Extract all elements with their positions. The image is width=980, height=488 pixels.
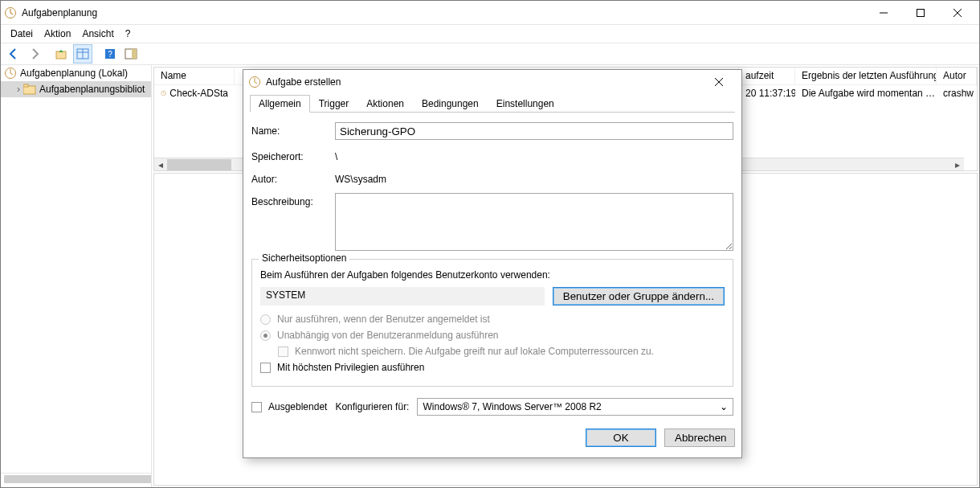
opt-no-password: Kennwort nicht speichern. Die Aufgabe gr… xyxy=(260,346,725,357)
clock-icon xyxy=(161,87,166,100)
col-author[interactable]: Autor xyxy=(937,68,977,84)
value-author: WS\sysadm xyxy=(335,170,386,185)
name-input[interactable] xyxy=(335,122,733,140)
forward-button[interactable] xyxy=(25,44,44,64)
security-options-group: Sicherheitsoptionen Beim Ausführen der A… xyxy=(251,259,733,387)
maximize-button[interactable] xyxy=(902,1,939,25)
label-description: Beschreibung: xyxy=(251,193,335,207)
configure-for-select[interactable]: Windows® 7, Windows Server™ 2008 R2 ⌄ xyxy=(417,398,733,416)
actions-pane-button[interactable] xyxy=(121,44,141,64)
cancel-button[interactable]: Abbrechen xyxy=(664,429,735,447)
opt-run-logged-on: Nur ausführen, wenn der Benutzer angemel… xyxy=(260,314,725,325)
task-author: crashw xyxy=(937,87,977,100)
task-time: 20 11:37:19 xyxy=(739,87,795,100)
svg-rect-6 xyxy=(125,49,137,59)
opt-run-anytime: Unabhängig von der Benutzeranmeldung aus… xyxy=(260,330,725,341)
security-account-label: Beim Ausführen der Aufgaben folgendes Be… xyxy=(260,269,725,281)
clock-icon xyxy=(4,67,17,80)
svg-rect-3 xyxy=(77,49,88,59)
tree-root-label: Aufgabenplanung (Lokal) xyxy=(20,68,128,79)
task-result: Die Aufgabe wird momentan … xyxy=(795,87,937,100)
svg-rect-10 xyxy=(23,84,28,87)
tab-settings[interactable]: Einstellungen xyxy=(488,95,563,113)
tab-actions[interactable]: Aktionen xyxy=(357,95,413,113)
tree-pane: Aufgabenplanung (Lokal) › Aufgabenplanun… xyxy=(1,65,152,487)
folder-icon xyxy=(23,84,36,95)
label-name: Name: xyxy=(251,122,335,137)
menu-action[interactable]: Aktion xyxy=(39,27,76,40)
tab-trigger[interactable]: Trigger xyxy=(310,95,358,113)
opt-hidden[interactable]: Ausgeblendet xyxy=(251,401,327,412)
view-detail-button[interactable] xyxy=(73,44,92,64)
task-name: Check-ADSta xyxy=(169,88,228,99)
tree-library[interactable]: › Aufgabenplanungsbibliot xyxy=(1,81,151,97)
menu-file[interactable]: Datei xyxy=(6,27,38,40)
up-button[interactable] xyxy=(52,44,71,64)
svg-text:?: ? xyxy=(108,50,112,59)
dialog-title: Aufgabe erstellen xyxy=(266,76,341,88)
chevron-right-icon: › xyxy=(14,84,23,95)
col-runtime[interactable]: aufzeit xyxy=(739,68,795,84)
tree-statusbar xyxy=(1,473,151,487)
opt-highest-privileges[interactable]: Mit höchsten Privilegien ausführen xyxy=(260,362,725,373)
security-options-legend: Sicherheitsoptionen xyxy=(259,252,349,264)
change-user-button[interactable]: Benutzer oder Gruppe ändern... xyxy=(553,287,725,306)
help-button[interactable]: ? xyxy=(100,44,120,64)
label-author: Autor: xyxy=(251,170,335,185)
tree-root[interactable]: Aufgabenplanung (Lokal) xyxy=(1,65,151,81)
svg-rect-4 xyxy=(105,49,115,59)
menu-view[interactable]: Ansicht xyxy=(77,27,118,40)
menu-help[interactable]: ? xyxy=(120,27,136,40)
svg-rect-7 xyxy=(132,49,137,59)
minimize-button[interactable] xyxy=(865,1,902,25)
ok-button[interactable]: OK xyxy=(586,429,656,447)
task-scheduler-icon xyxy=(4,6,17,19)
tab-general[interactable]: Allgemein xyxy=(250,95,310,113)
tree-library-label: Aufgabenplanungsbibliot xyxy=(39,84,145,95)
description-input[interactable] xyxy=(335,193,733,251)
svg-rect-1 xyxy=(917,9,925,16)
svg-rect-2 xyxy=(56,51,66,59)
label-configure-for: Konfigurieren für: xyxy=(335,401,409,412)
back-button[interactable] xyxy=(4,44,23,64)
col-name[interactable]: Name xyxy=(154,68,235,84)
tab-conditions[interactable]: Bedingungen xyxy=(413,95,488,113)
close-button[interactable] xyxy=(939,1,976,25)
configure-for-value: Windows® 7, Windows Server™ 2008 R2 xyxy=(423,401,601,412)
value-location: \ xyxy=(335,148,337,162)
security-account-value: SYSTEM xyxy=(260,287,545,306)
dialog-close-button[interactable] xyxy=(701,71,737,93)
chevron-down-icon: ⌄ xyxy=(720,401,728,412)
col-last-result[interactable]: Ergebnis der letzten Ausführung xyxy=(795,68,937,84)
window-title: Aufgabenplanung xyxy=(22,7,97,18)
label-location: Speicherort: xyxy=(251,148,335,162)
create-task-dialog: Aufgabe erstellen Allgemein Trigger Akti… xyxy=(243,69,742,458)
toolbar: ? xyxy=(1,43,979,65)
clock-icon xyxy=(248,76,261,88)
